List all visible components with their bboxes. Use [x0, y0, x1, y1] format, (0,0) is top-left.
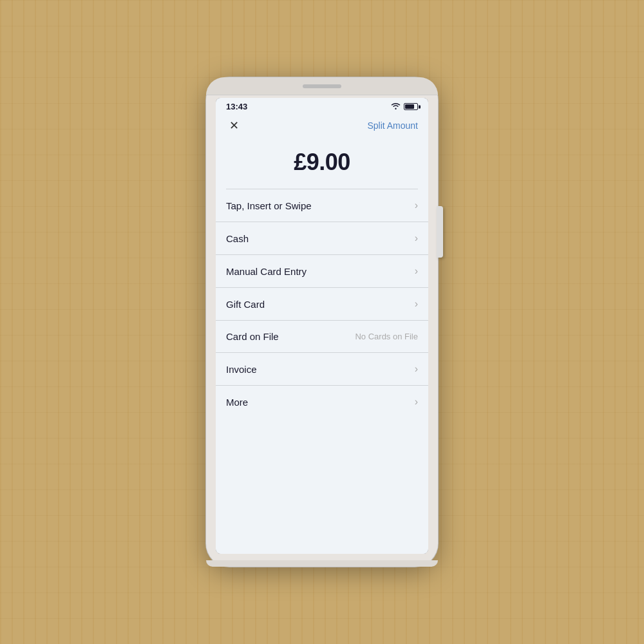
- payment-methods-list: Tap, Insert or Swipe › Cash › Manual Car…: [216, 189, 428, 554]
- status-icons: [391, 102, 418, 111]
- device-top-bar: [206, 77, 438, 95]
- split-amount-button[interactable]: Split Amount: [367, 120, 418, 131]
- chevron-icon-manual: ›: [415, 265, 418, 277]
- chevron-icon-invoice: ›: [415, 363, 418, 375]
- device-shell: 13:43 ✕: [206, 77, 438, 567]
- payment-item-gift-card[interactable]: Gift Card ›: [216, 288, 428, 321]
- device-bottom: [206, 560, 438, 567]
- screen-bezel: 13:43 ✕: [216, 98, 428, 554]
- status-time: 13:43: [226, 102, 247, 111]
- amount-display: £9.00: [216, 138, 428, 189]
- chevron-icon-gift: ›: [415, 298, 418, 310]
- payment-item-invoice[interactable]: Invoice ›: [216, 353, 428, 386]
- status-bar: 13:43: [216, 98, 428, 114]
- amount-value: £9.00: [294, 149, 350, 175]
- payment-item-cash[interactable]: Cash ›: [216, 222, 428, 255]
- close-icon: ✕: [229, 120, 239, 131]
- screen: 13:43 ✕: [216, 98, 428, 554]
- payment-label-gift: Gift Card: [226, 299, 265, 310]
- payment-label-card-on-file: Card on File: [226, 331, 279, 342]
- battery-fill: [405, 104, 414, 109]
- payment-label-invoice: Invoice: [226, 364, 257, 375]
- payment-label-tap: Tap, Insert or Swipe: [226, 200, 312, 211]
- payment-label-cash: Cash: [226, 233, 249, 244]
- payment-item-manual-card-entry[interactable]: Manual Card Entry ›: [216, 255, 428, 288]
- card-on-file-sublabel: No Cards on File: [355, 332, 418, 341]
- payment-item-more[interactable]: More ›: [216, 386, 428, 418]
- chevron-icon-more: ›: [415, 396, 418, 408]
- payment-item-tap-insert-swipe[interactable]: Tap, Insert or Swipe ›: [216, 189, 428, 222]
- payment-item-card-on-file[interactable]: Card on File No Cards on File: [216, 321, 428, 353]
- app-header: ✕ Split Amount: [216, 114, 428, 138]
- payment-label-more: More: [226, 397, 248, 408]
- chevron-icon-cash: ›: [415, 232, 418, 244]
- close-button[interactable]: ✕: [226, 118, 242, 133]
- wifi-icon: [391, 102, 401, 111]
- battery-icon: [404, 103, 418, 110]
- side-button: [437, 206, 443, 258]
- chevron-icon-tap: ›: [415, 200, 418, 211]
- payment-label-manual: Manual Card Entry: [226, 266, 307, 277]
- top-bar-notch: [303, 84, 341, 88]
